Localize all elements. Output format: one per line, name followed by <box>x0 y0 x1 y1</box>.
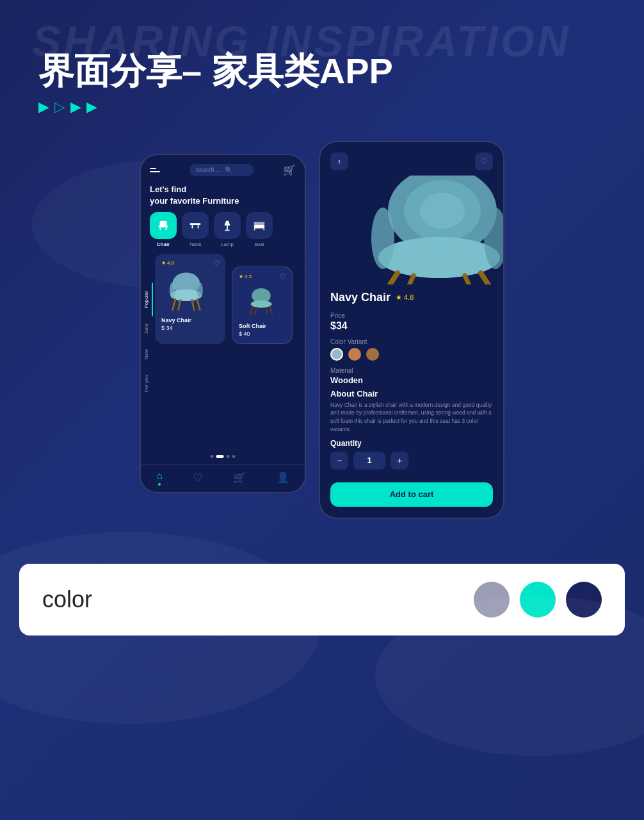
svg-rect-5 <box>192 225 193 229</box>
svg-line-35 <box>407 275 414 284</box>
price-value: $34 <box>330 320 493 332</box>
navy-name: Navy Chair <box>161 317 219 324</box>
about-title: About Chair <box>330 389 493 398</box>
category-bed[interactable]: Bed <box>246 212 273 247</box>
cart-icon[interactable]: 🛒 <box>283 164 296 176</box>
dot-2 <box>216 455 224 458</box>
category-table[interactable]: Table <box>182 212 209 247</box>
menu-line-1 <box>150 168 156 169</box>
color-variant-label: Color Variant <box>330 338 493 345</box>
swatch-navy <box>566 582 602 618</box>
svg-rect-4 <box>190 223 201 225</box>
arrows-row: ▶ ▷ ▶ ▶ <box>38 99 606 115</box>
categories-row: Chair Table <box>141 212 305 254</box>
dot-4 <box>232 455 236 458</box>
quantity-section: Quantity − 1 + <box>330 439 493 470</box>
lamp-icon-box <box>214 212 241 239</box>
quantity-increase[interactable]: + <box>390 452 408 470</box>
wishlist-button[interactable]: ♡ <box>475 152 493 170</box>
tab-popular[interactable]: Popular <box>141 283 153 316</box>
nav-cart[interactable]: 🛒 <box>233 472 246 484</box>
category-chair[interactable]: Chair <box>150 212 177 247</box>
svg-line-19 <box>179 300 181 310</box>
page-title: 界面分享– 家具类APP <box>38 51 606 91</box>
svg-rect-9 <box>225 229 229 231</box>
svg-rect-1 <box>159 226 168 227</box>
svg-point-24 <box>250 300 271 308</box>
svg-rect-0 <box>160 221 167 226</box>
menu-line-2 <box>150 171 160 172</box>
quantity-controls: − 1 + <box>330 452 493 470</box>
quantity-decrease[interactable]: − <box>330 452 348 470</box>
color-swatch-orange[interactable] <box>348 348 361 361</box>
svg-point-38 <box>420 193 465 229</box>
rating-value: 4.8 <box>404 293 414 301</box>
swatch-gray <box>474 582 510 618</box>
bed-icon-box <box>246 212 273 239</box>
nav-wishlist[interactable]: ♡ <box>193 472 202 484</box>
lamp-icon <box>220 218 234 233</box>
nav-profile[interactable]: 👤 <box>277 472 289 484</box>
bed-label: Bed <box>255 242 264 247</box>
svg-rect-10 <box>254 225 265 229</box>
dot-3 <box>227 455 230 458</box>
product-card-soft[interactable]: ★ 4.5 ♡ <box>232 266 293 344</box>
chair-label: Chair <box>157 242 170 247</box>
home-active-dot <box>158 483 161 486</box>
color-swatch-brown[interactable] <box>366 348 379 361</box>
about-text: Navy Chair is a stylish chair with a mod… <box>330 401 493 434</box>
main-wrapper: SHARING INSPIRATION 界面分享– 家具类APP ▶ ▷ ▶ ▶… <box>0 0 644 820</box>
search-icon: 🔍 <box>225 167 232 174</box>
svg-line-27 <box>255 308 256 315</box>
svg-rect-3 <box>166 227 167 231</box>
bottom-nav: ⌂ ♡ 🛒 👤 <box>141 464 305 492</box>
phone1-header: Search ... 🔍 🛒 <box>141 155 305 180</box>
color-label: color <box>42 586 92 613</box>
product-title-row: Navy Chair ★ 4.8 <box>330 291 493 304</box>
color-swatches-row <box>474 582 602 618</box>
phone1-inner: Search ... 🔍 🛒 Let's find your favorite … <box>141 155 305 492</box>
product-details: Navy Chair ★ 4.8 Price $34 Color Variant <box>320 284 503 476</box>
arrow-1: ▶ <box>38 99 49 115</box>
tab-foryou[interactable]: For you <box>141 367 153 400</box>
category-lamp[interactable]: Lamp <box>214 212 241 247</box>
svg-line-20 <box>192 300 194 310</box>
color-swatch-blue[interactable] <box>330 348 343 361</box>
back-button[interactable]: ‹ <box>330 152 348 170</box>
navy-chair-image <box>161 268 219 313</box>
svg-rect-13 <box>254 229 255 231</box>
cart-nav-icon: 🛒 <box>233 472 246 484</box>
chair-detail-area <box>320 176 503 284</box>
soft-heart[interactable]: ♡ <box>280 272 287 281</box>
search-bar[interactable]: Search ... 🔍 <box>189 164 254 176</box>
product-title: Navy Chair <box>330 291 390 304</box>
svg-rect-6 <box>198 225 199 229</box>
svg-line-17 <box>172 299 175 310</box>
table-icon <box>188 218 202 233</box>
svg-rect-8 <box>227 226 228 229</box>
svg-line-36 <box>465 275 471 284</box>
heart-nav-icon: ♡ <box>193 472 202 484</box>
soft-price: $ 40 <box>239 331 286 337</box>
swatch-teal <box>520 582 556 618</box>
soft-chair-image <box>239 282 287 319</box>
search-placeholder: Search ... <box>196 167 221 173</box>
svg-line-26 <box>270 307 272 315</box>
navy-price: $ 34 <box>161 325 219 331</box>
tab-new[interactable]: New <box>141 341 153 367</box>
phone2-header: ‹ ♡ <box>320 142 503 176</box>
svg-rect-12 <box>254 222 265 225</box>
chair-icon <box>156 218 170 233</box>
about-section: About Chair Navy Chair is a stylish chai… <box>330 389 493 434</box>
menu-icon[interactable] <box>150 168 160 172</box>
phone1-tagline: Let's find your favorite Furniture <box>141 180 305 212</box>
svg-point-31 <box>371 208 394 269</box>
add-to-cart-button[interactable]: Add to cart <box>330 482 493 507</box>
phone-detail-screen: ‹ ♡ <box>319 141 504 519</box>
tab-sale[interactable]: Sale <box>141 316 153 341</box>
navy-heart[interactable]: ♡ <box>213 259 220 268</box>
navy-rating: ★ 4.8 <box>161 260 219 266</box>
table-label: Table <box>189 242 201 247</box>
product-card-navy[interactable]: ★ 4.8 ♡ <box>155 254 225 344</box>
nav-home[interactable]: ⌂ <box>156 470 163 486</box>
